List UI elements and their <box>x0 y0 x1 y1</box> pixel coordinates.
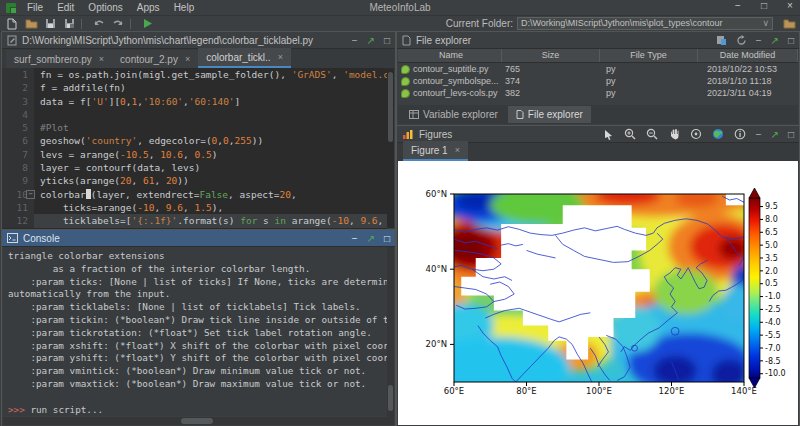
python-file-icon <box>401 89 410 98</box>
tab-colorbar-ticklabel[interactable]: colorbar_tickl..× <box>198 48 291 68</box>
figures-title: Figures <box>419 129 452 140</box>
window-maximize-button[interactable]: □ <box>758 0 770 11</box>
menu-help[interactable]: Help <box>167 2 202 13</box>
run-script-button[interactable] <box>141 18 155 30</box>
tab-figure-1[interactable]: Figure 1× <box>403 141 468 161</box>
line-number: 9 <box>2 174 34 187</box>
figure-canvas[interactable]: 60°E80°E100°E120°E140°E20°N40°N60°N 9.58… <box>398 161 798 425</box>
file-icon <box>516 110 524 119</box>
figures-float-button[interactable]: ↗ <box>771 129 779 140</box>
svg-text:-10.0: -10.0 <box>765 369 786 378</box>
code-line[interactable]: 7levs = arange(-10.5, 10.6, 0.5) <box>2 148 387 161</box>
editor-panel: D:\Working\MIScript\Jython\mis\chart\leg… <box>1 31 396 230</box>
contour-map[interactable]: 60°E80°E100°E120°E140°E20°N40°N60°N 9.58… <box>398 161 798 425</box>
code-line[interactable]: 3data = f['U'][0,1,'10:60','60:140'] <box>2 95 387 108</box>
files-float-button[interactable]: ↗ <box>771 35 779 46</box>
tab-file-explorer[interactable]: File explorer <box>508 106 591 123</box>
current-folder-label: Current Folder: <box>446 18 513 29</box>
code-line[interactable]: 10−colorbar(layer, extendrect=False, asp… <box>2 188 387 201</box>
toolbar-separator <box>81 19 82 29</box>
refresh-icon[interactable] <box>736 35 747 46</box>
column-name: Name <box>398 49 502 62</box>
file-row[interactable]: contour_suptitle.py765py2018/10/22 10:53 <box>398 63 798 75</box>
chevron-down-icon[interactable]: ∨ <box>762 18 769 29</box>
chart-icon <box>402 129 414 140</box>
close-icon[interactable]: × <box>99 54 104 64</box>
file-table: Name Size File Type Date Modified contou… <box>398 49 798 104</box>
code-line[interactable]: 12 ticklabels=['{:.1f}'.format(s) for s … <box>2 214 387 227</box>
current-folder-combobox[interactable]: D:\Working\MIScript\Jython\mis\plot_type… <box>517 17 773 30</box>
console-float-button[interactable]: ↗ <box>367 233 375 244</box>
select-cursor-icon[interactable] <box>602 128 615 141</box>
tab-variable-explorer[interactable]: Variable explorer <box>401 106 506 123</box>
column-date-modified: Date Modified <box>698 49 798 62</box>
console-maximize-button[interactable]: □ <box>384 233 390 244</box>
undo-button[interactable] <box>92 18 106 30</box>
zoom-out-icon[interactable] <box>646 128 659 141</box>
save-button[interactable] <box>43 18 57 30</box>
figures-minimize-button[interactable]: − <box>756 129 762 140</box>
console-hscrollbar[interactable] <box>3 417 387 425</box>
code-line[interactable]: 9yticks(arange(20, 61, 20)) <box>2 174 387 187</box>
figures-maximize-button[interactable]: □ <box>788 129 794 140</box>
close-icon[interactable]: × <box>185 54 190 64</box>
python-file-icon <box>401 77 410 86</box>
main-toolbar: Current Folder: D:\Working\MIScript\Jyth… <box>0 16 800 32</box>
tab-surf-sombrero[interactable]: surf_sombrero.py× <box>6 50 112 68</box>
file-row[interactable]: contourf_levs-cols.py382py2021/3/11 04:1… <box>398 87 798 99</box>
toolbar-separator <box>130 19 131 29</box>
new-file-button[interactable] <box>5 18 19 30</box>
tab-contour-2[interactable]: contour_2.py× <box>112 50 198 68</box>
editor-minimize-button[interactable]: − <box>352 35 358 46</box>
console-line: automatically from the input. <box>8 288 387 301</box>
svg-text:100°E: 100°E <box>586 386 612 396</box>
editor-float-button[interactable]: ↗ <box>367 35 375 46</box>
line-number: 5 <box>2 121 34 134</box>
fold-marker-icon[interactable]: − <box>26 190 35 199</box>
menu-options[interactable]: Options <box>81 2 129 13</box>
file-table-header[interactable]: Name Size File Type Date Modified <box>398 49 798 63</box>
close-icon[interactable]: × <box>278 52 283 62</box>
editor-tab-bar: surf_sombrero.py× contour_2.py× colorbar… <box>2 49 395 69</box>
redo-button[interactable] <box>111 18 125 30</box>
console-line: as a fraction of the interior colorbar l… <box>8 263 387 276</box>
code-line[interactable]: 1fn = os.path.join(migl.get_sample_folde… <box>2 68 387 81</box>
console-vscrollbar[interactable] <box>387 247 394 425</box>
code-line[interactable]: 11 ticks=arange(-10, 9.6, 1.5), <box>2 201 387 214</box>
full-extent-icon[interactable] <box>690 128 703 141</box>
console-line <box>8 391 387 404</box>
open-file-button[interactable] <box>24 18 38 30</box>
code-line[interactable]: 5#Plot <box>2 121 387 134</box>
browse-folder-button[interactable] <box>782 18 796 30</box>
files-maximize-button[interactable]: □ <box>788 35 794 46</box>
menu-apps[interactable]: Apps <box>130 2 167 13</box>
menu-edit[interactable]: Edit <box>50 2 81 13</box>
editor-scrollbar[interactable] <box>387 69 394 228</box>
save-as-button[interactable] <box>62 18 76 30</box>
svg-text:-2.5: -2.5 <box>765 305 781 314</box>
globe-icon[interactable] <box>712 128 725 141</box>
code-line[interactable]: 8layer = contourf(data, levs) <box>2 161 387 174</box>
file-row[interactable]: contour_symbolspe...374py2018/1/10 11:18 <box>398 75 798 87</box>
svg-text:60°N: 60°N <box>426 189 447 199</box>
svg-text:2.0: 2.0 <box>765 267 778 276</box>
code-editor[interactable]: 1fn = os.path.join(migl.get_sample_folde… <box>2 68 387 229</box>
code-line[interactable]: 4 <box>2 108 387 121</box>
window-minimize-button[interactable]: − <box>732 0 744 11</box>
window-close-button[interactable]: × <box>784 0 796 11</box>
svg-text:60°E: 60°E <box>444 386 464 396</box>
zoom-in-icon[interactable] <box>624 128 637 141</box>
menu-file[interactable]: File <box>20 2 50 13</box>
console-output[interactable]: triangle colorbar extensions as a fracti… <box>3 247 387 416</box>
console-minimize-button[interactable]: − <box>352 233 358 244</box>
paste-path-icon[interactable] <box>716 35 727 46</box>
code-line[interactable]: 2f = addfile(fn) <box>2 81 387 94</box>
editor-maximize-button[interactable]: □ <box>384 35 390 46</box>
code-line[interactable]: 6geoshow('country', edgecolor=(0,0,255)) <box>2 134 387 147</box>
files-minimize-button[interactable]: − <box>756 35 762 46</box>
line-number: 11 <box>2 201 34 214</box>
identify-info-icon[interactable] <box>734 128 747 141</box>
pan-hand-icon[interactable] <box>668 128 681 141</box>
close-icon[interactable]: × <box>455 145 460 155</box>
file-explorer-panel: File explorer − ↗ □ Name Size File Type … <box>396 31 800 126</box>
